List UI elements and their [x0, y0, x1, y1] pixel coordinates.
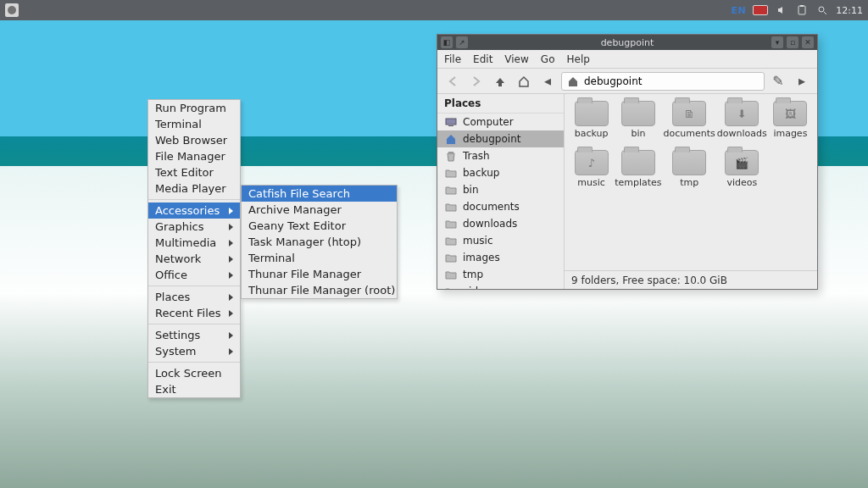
- sidebar-item-debugpoint[interactable]: debugpoint: [437, 130, 564, 147]
- sidebar-item-downloads[interactable]: downloads: [437, 215, 564, 232]
- menu-settings[interactable]: Settings: [148, 327, 240, 343]
- clipboard-icon[interactable]: [795, 3, 809, 17]
- menu-group-places: Places Recent Files: [148, 289, 240, 321]
- fm-content: backupbin🗎documents⬇downloads🖼images♪mus…: [565, 94, 817, 289]
- menu-exit[interactable]: Exit: [148, 381, 240, 397]
- panel-left: [5, 3, 19, 17]
- path-bar[interactable]: debugpoint: [561, 72, 765, 91]
- path-home-icon: [567, 75, 579, 87]
- menu-accessories[interactable]: Accessories: [148, 202, 240, 219]
- folder-bin[interactable]: bin: [615, 101, 661, 148]
- sidebar-item-label: tmp: [463, 269, 483, 280]
- submenu-terminal[interactable]: Terminal: [242, 250, 397, 266]
- menu-terminal[interactable]: Terminal: [148, 116, 240, 132]
- menu-network[interactable]: Network: [148, 251, 240, 267]
- submenu-thunar[interactable]: Thunar File Manager: [242, 266, 397, 282]
- battery-icon[interactable]: [753, 5, 768, 15]
- statusbar-text: 9 folders, Free space: 10.0 GiB: [571, 274, 727, 286]
- menu-separator: [148, 362, 240, 363]
- menu-recent-files[interactable]: Recent Files: [148, 305, 240, 321]
- minimize-icon[interactable]: ▾: [771, 36, 783, 48]
- fm-toolbar: ◂ debugpoint ✎ ▸: [437, 69, 817, 94]
- icon-view[interactable]: backupbin🗎documents⬇downloads🖼images♪mus…: [565, 94, 817, 270]
- menu-group-system: Settings System: [148, 327, 240, 359]
- menu-file-manager[interactable]: File Manager: [148, 148, 240, 164]
- maximize-icon[interactable]: ▫: [787, 36, 798, 48]
- svg-rect-6: [448, 125, 453, 126]
- launcher-icon[interactable]: [5, 3, 19, 17]
- window-menu-icon[interactable]: ◧: [441, 36, 453, 48]
- top-panel: EN 12:11: [0, 0, 868, 20]
- nav-forward-icon[interactable]: [466, 72, 487, 91]
- audio-icon[interactable]: [775, 3, 788, 17]
- svg-rect-7: [448, 152, 453, 153]
- fm-statusbar: 9 folders, Free space: 10.0 GiB: [565, 270, 817, 289]
- submenu-geany[interactable]: Geany Text Editor: [242, 218, 397, 234]
- nav-home-icon[interactable]: [514, 72, 534, 91]
- search-icon[interactable]: [815, 3, 829, 17]
- folder-label: bin: [631, 128, 645, 139]
- sidebar-list: ComputerdebugpointTrashbackupbindocument…: [437, 114, 564, 289]
- folder-backup[interactable]: backup: [570, 101, 613, 148]
- menu-places[interactable]: Places: [148, 289, 240, 305]
- path-history-forward-icon[interactable]: ▸: [792, 72, 812, 91]
- folder-templates[interactable]: templates: [615, 150, 661, 197]
- titlebar-right-buttons: ▾ ▫ ✕: [771, 36, 814, 48]
- submenu-archive-manager[interactable]: Archive Manager: [242, 202, 397, 218]
- folder-images[interactable]: 🖼images: [769, 101, 812, 148]
- path-edit-icon[interactable]: ✎: [768, 72, 788, 91]
- menu-multimedia[interactable]: Multimedia: [148, 235, 240, 251]
- folder-icon: [444, 234, 458, 247]
- menu-office[interactable]: Office: [148, 267, 240, 283]
- window-stick-icon[interactable]: ↗: [456, 36, 468, 48]
- folder-tmp[interactable]: tmp: [664, 150, 715, 197]
- sidebar-item-computer[interactable]: Computer: [437, 114, 564, 130]
- sidebar-item-images[interactable]: images: [437, 249, 564, 266]
- menubar-file[interactable]: File: [444, 53, 461, 65]
- sidebar-item-label: debugpoint: [463, 133, 520, 145]
- accessories-submenu: Catfish File Search Archive Manager Gean…: [241, 185, 398, 299]
- folder-label: music: [577, 177, 605, 188]
- menubar-view[interactable]: View: [504, 53, 528, 65]
- menubar-help[interactable]: Help: [566, 53, 589, 65]
- sidebar-item-label: images: [463, 252, 500, 263]
- clock[interactable]: 12:11: [836, 5, 863, 16]
- folder-icon: [444, 183, 458, 197]
- sidebar-item-videos[interactable]: videos: [437, 283, 564, 289]
- folder-videos[interactable]: 🎬videos: [717, 150, 767, 197]
- menu-lock-screen[interactable]: Lock Screen: [148, 365, 240, 381]
- sidebar-item-documents[interactable]: documents: [437, 198, 564, 215]
- menu-web-browser[interactable]: Web Browser: [148, 132, 240, 148]
- nav-back-icon[interactable]: [442, 72, 463, 91]
- window-titlebar[interactable]: ◧ ↗ debugpoint ▾ ▫ ✕: [437, 35, 817, 50]
- folder-label: images: [773, 128, 807, 139]
- close-icon[interactable]: ✕: [802, 36, 814, 48]
- folder-documents[interactable]: 🗎documents: [664, 101, 715, 148]
- menubar-edit[interactable]: Edit: [473, 53, 492, 65]
- menu-text-editor[interactable]: Text Editor: [148, 164, 240, 180]
- folder-label: videos: [726, 177, 757, 188]
- submenu-catfish[interactable]: Catfish File Search: [242, 186, 397, 202]
- nav-up-icon[interactable]: [490, 72, 510, 91]
- menu-run-program[interactable]: Run Program: [148, 100, 240, 116]
- svg-rect-1: [798, 6, 805, 14]
- locale-indicator[interactable]: EN: [732, 5, 747, 16]
- sidebar-item-music[interactable]: music: [437, 232, 564, 249]
- path-segment[interactable]: debugpoint: [584, 75, 642, 87]
- folder-downloads[interactable]: ⬇downloads: [717, 101, 767, 148]
- folder-music[interactable]: ♪music: [570, 150, 613, 197]
- menu-media-player[interactable]: Media Player: [148, 180, 240, 197]
- sidebar-item-tmp[interactable]: tmp: [437, 266, 564, 283]
- svg-rect-2: [800, 5, 804, 7]
- sidebar-item-backup[interactable]: backup: [437, 164, 564, 181]
- submenu-thunar-root[interactable]: Thunar File Manager (root): [242, 282, 397, 298]
- svg-rect-5: [446, 119, 456, 125]
- submenu-task-manager[interactable]: Task Manager (htop): [242, 234, 397, 250]
- menubar-go[interactable]: Go: [541, 53, 555, 65]
- menu-system[interactable]: System: [148, 343, 240, 359]
- path-history-back-icon[interactable]: ◂: [537, 72, 558, 91]
- menu-graphics[interactable]: Graphics: [148, 219, 240, 235]
- folder-icon: 🗎: [672, 101, 706, 126]
- sidebar-item-bin[interactable]: bin: [437, 181, 564, 198]
- sidebar-item-trash[interactable]: Trash: [437, 147, 564, 164]
